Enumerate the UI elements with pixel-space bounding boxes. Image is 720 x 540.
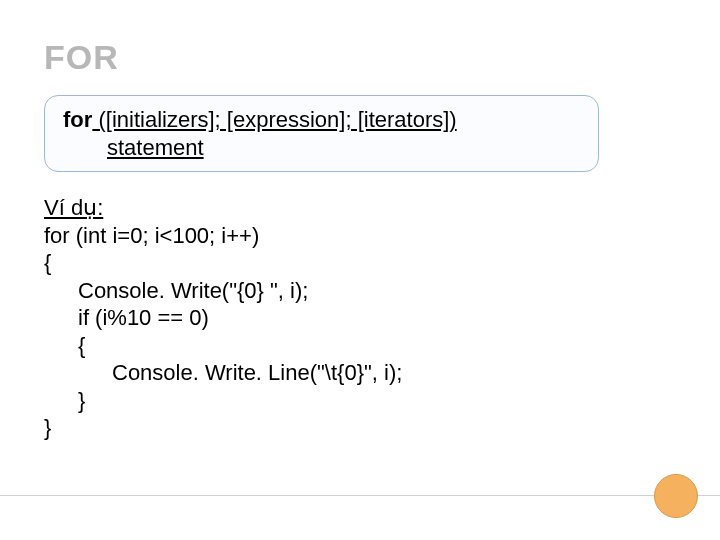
code-line-for: for (int i=0; i<100; i++) <box>44 222 676 250</box>
example-block: Ví dụ: for (int i=0; i<100; i++) { Conso… <box>44 194 676 442</box>
code-line-open1: { <box>44 249 676 277</box>
syntax-keyword: for <box>63 107 92 132</box>
divider-line <box>0 495 720 496</box>
syntax-rest: ([initializers]; [expression]; [iterator… <box>92 107 456 132</box>
code-line-close1: } <box>44 414 676 442</box>
code-line-write: Console. Write("{0} ", i); <box>44 277 676 305</box>
syntax-box: for ([initializers]; [expression]; [iter… <box>44 95 599 172</box>
example-label: Ví dụ: <box>44 194 676 222</box>
code-line-if: if (i%10 == 0) <box>44 304 676 332</box>
syntax-line-1: for ([initializers]; [expression]; [iter… <box>63 106 580 134</box>
code-line-close2: } <box>44 387 676 415</box>
code-line-open2: { <box>44 332 676 360</box>
decorative-circle-icon <box>654 474 698 518</box>
slide: FOR for ([initializers]; [expression]; [… <box>0 0 720 540</box>
code-line-writeline: Console. Write. Line("\t{0}", i); <box>44 359 676 387</box>
slide-title: FOR <box>44 38 676 77</box>
syntax-statement: statement <box>63 134 580 162</box>
